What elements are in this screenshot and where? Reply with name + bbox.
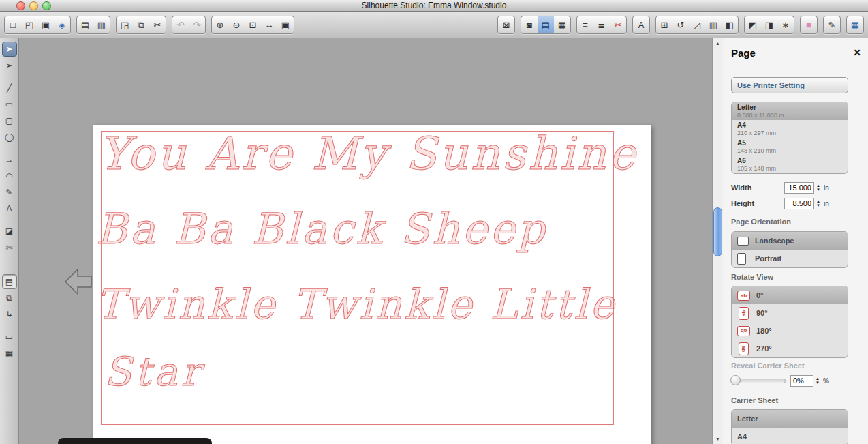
width-input[interactable] (784, 182, 814, 194)
text-tool-button[interactable]: A (2, 201, 17, 216)
replicate-button[interactable]: ⊞ (656, 16, 672, 33)
scrollbar-thumb[interactable] (713, 207, 722, 256)
fit-to-page-button[interactable]: ▣ (277, 16, 294, 33)
page-size-item-a6[interactable]: A6 105 x 148 mm (732, 156, 848, 173)
reveal-slider-thumb[interactable] (730, 375, 741, 385)
rotate-0-icon: ab (737, 291, 750, 301)
page-thumbnail-button[interactable]: ▭ (2, 329, 17, 344)
undo-button[interactable]: ↶ (172, 16, 189, 33)
copy-button[interactable]: ⧉ (133, 16, 149, 33)
orientation-landscape-option[interactable]: Landscape (732, 232, 848, 250)
text-object-line-4[interactable]: Star (104, 349, 203, 395)
reveal-slider[interactable] (731, 379, 786, 383)
design-canvas[interactable]: You Are My Sunshine Ba Ba Black Sheep Tw… (19, 38, 712, 444)
zoom-window-button[interactable] (42, 1, 51, 10)
save-as-button[interactable]: ◈ (54, 16, 70, 33)
text-object-line-1[interactable]: You Are My Sunshine (99, 128, 638, 180)
vertical-scrollbar[interactable]: ▲ ▼ (712, 38, 723, 444)
print-button[interactable]: ▤ (77, 16, 93, 33)
arrow-tool-button[interactable]: → (2, 152, 17, 167)
effects-button[interactable]: ◨ (761, 16, 777, 33)
carrier-a4-option[interactable]: A4 (732, 428, 848, 444)
page-settings-button[interactable]: ▤ (538, 16, 554, 33)
page-size-dims: 210 x 297 mm (737, 130, 842, 136)
grid-thumbnail-button[interactable]: ▦ (2, 346, 17, 361)
eraser-tool-button[interactable]: ◪ (2, 224, 17, 239)
grid-settings-button[interactable]: ▦ (554, 16, 570, 33)
line-style-button[interactable]: ≡ (577, 16, 593, 33)
stepper-down-icon[interactable]: ▼ (816, 203, 820, 207)
zoom-selection-button[interactable]: ⊡ (245, 16, 261, 33)
new-document-button[interactable]: □ (5, 16, 21, 33)
reveal-carrier-sheet-label: Reveal Carrier Sheet (731, 361, 861, 371)
portrait-icon (737, 253, 746, 265)
text-style-button[interactable]: A (633, 16, 649, 33)
paste-button[interactable]: ◲ (117, 16, 133, 33)
minimize-window-button[interactable] (29, 1, 38, 10)
page-color-button[interactable]: ■ (801, 16, 817, 33)
preferences-button[interactable]: ∗ (777, 16, 794, 33)
page-panel-tool-button[interactable]: ▤ (2, 274, 17, 289)
pan-button[interactable]: ↔ (261, 16, 277, 33)
rounded-rectangle-tool-button[interactable]: ▢ (2, 113, 17, 128)
sketch-pens-button[interactable]: ✎ (824, 16, 840, 33)
select-tool-button[interactable]: ➤ (2, 42, 17, 57)
rotate-270-option[interactable]: ab 270° (732, 340, 848, 357)
scale-options-button[interactable]: ◿ (689, 16, 705, 33)
zoom-in-button[interactable]: ⊕ (212, 16, 228, 33)
align-options-button[interactable]: ▥ (705, 16, 722, 33)
carrier-letter-option[interactable]: Letter (732, 410, 848, 428)
cut-style-button[interactable]: ✂ (610, 16, 626, 33)
height-input[interactable] (784, 198, 814, 209)
page-size-item-a5[interactable]: A5 148 x 210 mm (732, 138, 848, 156)
scroll-down-icon[interactable]: ▼ (713, 434, 723, 443)
freehand-tool-button[interactable]: ✎ (2, 185, 17, 200)
modify-options-button[interactable]: ◧ (722, 16, 738, 33)
reveal-input[interactable] (790, 375, 813, 387)
ellipse-tool-button[interactable]: ◯ (2, 130, 17, 145)
bottom-page-tab[interactable] (58, 438, 212, 444)
width-stepper[interactable]: ▲ ▼ (816, 183, 820, 192)
save-button[interactable]: ▣ (37, 16, 54, 33)
rotate-0-option[interactable]: ab 0° (732, 286, 848, 304)
reveal-stepper[interactable]: ▲ ▼ (816, 376, 820, 385)
lock-button[interactable]: ⊠ (498, 16, 514, 33)
rotate-180-option[interactable]: ab 180° (732, 322, 848, 340)
knife-tool-button[interactable]: ✄ (2, 240, 17, 255)
fill-style-button[interactable]: ≣ (593, 16, 610, 33)
arrow-shape-object[interactable] (64, 266, 93, 297)
library-tool-button[interactable]: ⧉ (2, 291, 17, 306)
line-tool-button[interactable]: ╱ (2, 80, 17, 95)
zoom-out-button[interactable]: ⊖ (228, 16, 245, 33)
edit-points-tool-button[interactable]: ➢ (2, 58, 17, 73)
close-panel-icon[interactable]: ✕ (853, 47, 861, 58)
rectangle-tool-button[interactable]: ▭ (2, 97, 17, 112)
scroll-up-icon[interactable]: ▲ (713, 39, 723, 48)
stepper-down-icon[interactable]: ▼ (816, 188, 820, 192)
orientation-portrait-option[interactable]: Portrait (732, 250, 848, 267)
file-toolbar-group: □ ◰ ▣ ◈ (4, 16, 71, 34)
open-document-button[interactable]: ◰ (21, 16, 37, 33)
text-object-line-3[interactable]: Twinkle Twinkle Little (96, 280, 617, 328)
rotate-options-button[interactable]: ↺ (672, 16, 689, 33)
document-page[interactable]: You Are My Sunshine Ba Ba Black Sheep Tw… (93, 125, 651, 444)
trace-button[interactable]: ◩ (745, 16, 761, 33)
use-printer-setting-button[interactable]: Use Printer Setting (731, 77, 848, 93)
arc-tool-button[interactable]: ◠ (2, 168, 17, 183)
cut-button[interactable]: ✂ (149, 16, 166, 33)
library-view-button[interactable]: ▦ (847, 16, 863, 33)
rotate-90-option[interactable]: ab 90° (732, 304, 848, 322)
close-window-button[interactable] (16, 1, 25, 10)
align-options-icon: ▥ (709, 20, 717, 29)
height-stepper[interactable]: ▲ ▼ (816, 199, 820, 207)
fill-page-settings-button[interactable]: ◙ (521, 16, 538, 33)
redo-button[interactable]: ↷ (189, 16, 205, 33)
page-size-item-letter[interactable]: Letter 8.500 x 11.000 in (732, 102, 848, 120)
stepper-down-icon[interactable]: ▼ (816, 381, 820, 385)
text-object-line-2[interactable]: Ba Ba Black Sheep (96, 204, 547, 254)
page-size-item-a4[interactable]: A4 210 x 297 mm (732, 120, 848, 138)
print-settings-button[interactable]: ▥ (93, 16, 110, 33)
send-to-silhouette-tool-button[interactable]: ↳ (2, 307, 17, 322)
reveal-slider-row: ▲ ▼ % (731, 374, 861, 387)
fill-page-settings-icon: ◙ (527, 20, 532, 29)
